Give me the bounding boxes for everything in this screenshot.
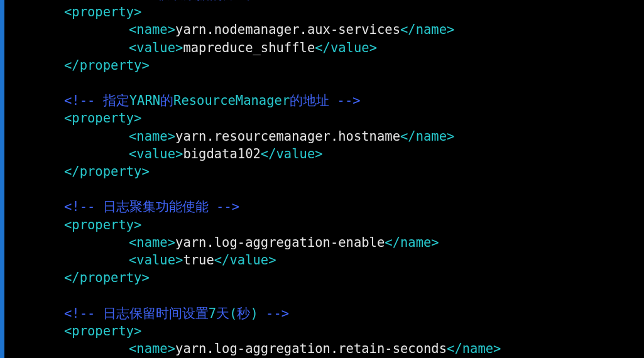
comment-text: 秒 [237,306,250,321]
xml-text: yarn.nodemanager.aux-services [175,22,400,37]
comment-delim: <!-- [64,306,95,321]
comment-number: 7 [209,306,216,321]
xml-tag: <name> [129,341,175,356]
comment-keyword: YARN [129,93,160,108]
comment-text: 天 [216,306,229,321]
xml-tag: <property> [64,323,141,339]
xml-tag: <property> [64,217,141,232]
xml-tag: </property> [64,270,150,285]
comment-keyword: ResourceManager [173,93,290,108]
xml-tag: <property> [64,4,141,19]
xml-tag: <name> [129,22,175,37]
comment-delim: <!-- [64,0,95,2]
xml-tag: </value> [261,146,323,161]
comment-delim: <!-- [64,93,95,108]
xml-tag: <property> [64,111,141,126]
xml-tag: <value> [129,146,183,161]
xml-text: bigdata102 [183,146,260,161]
xml-tag: <name> [129,129,175,144]
comment-delim: <!-- [64,199,95,214]
xml-tag: </property> [64,58,150,73]
xml-tag: <name> [129,235,175,250]
comment-text: 日志聚集功能使能 [95,199,216,214]
xml-text: mapreduce_shuffle [183,40,315,55]
xml-tag: <value> [129,40,183,55]
comment-text: 获取数据的方式 --> [157,0,280,2]
comment-text: 日志保留时间设置 [95,306,208,321]
code-block[interactable]: <!-- reducer获取数据的方式 --> <property> <name… [4,0,644,358]
comment-delim: --> [266,306,289,321]
xml-text: yarn.resourcemanager.hostname [175,129,400,144]
xml-tag: </name> [447,341,501,356]
comment-delim: --> [216,199,239,214]
comment-text: 指定 [95,93,129,108]
xml-tag: <value> [129,252,183,268]
xml-tag: </name> [385,235,439,250]
comment-paren: ( [229,306,237,321]
xml-tag: </value> [214,252,276,268]
comment-text: 的 [160,93,173,108]
xml-text: yarn.log-aggregation-enable [175,235,385,250]
xml-tag: </name> [400,22,454,37]
xml-tag: </property> [64,164,150,179]
comment-delim: --> [337,93,361,108]
comment-text [258,306,266,321]
xml-tag: </value> [315,40,377,55]
comment-keyword: reducer [103,0,157,2]
comment-paren: ) [250,306,258,321]
xml-text: true [183,252,214,268]
comment-text: 的地址 [290,93,337,108]
xml-text: yarn.log-aggregation.retain-seconds [175,341,447,356]
xml-tag: </name> [400,129,454,144]
